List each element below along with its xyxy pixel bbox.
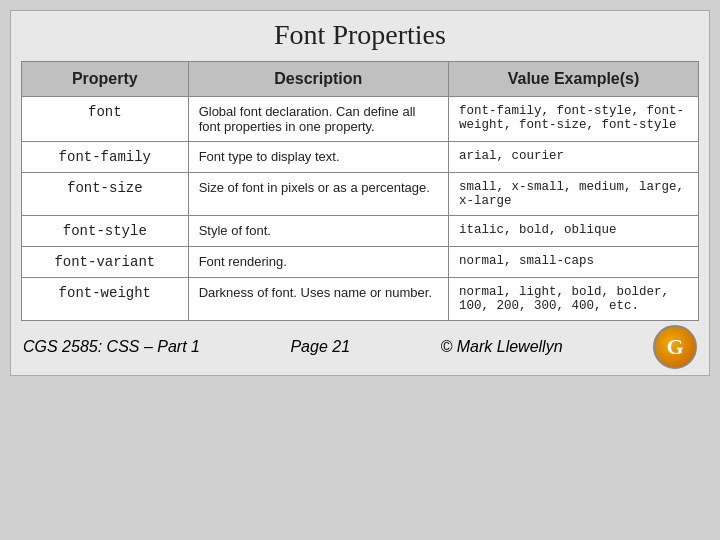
table-row: font-familyFont type to display text.ari… [22, 142, 699, 173]
page-title: Font Properties [21, 19, 699, 51]
header-property: Property [22, 62, 189, 97]
cell-value: font-family, font-style, font-weight, fo… [449, 97, 699, 142]
cell-property: font-style [22, 216, 189, 247]
cell-property: font [22, 97, 189, 142]
table-row: font-sizeSize of font in pixels or as a … [22, 173, 699, 216]
page-container: Font Properties Property Description Val… [10, 10, 710, 376]
cell-description: Size of font in pixels or as a percentag… [188, 173, 448, 216]
cell-value: normal, light, bold, bolder, 100, 200, 3… [449, 278, 699, 321]
cell-value: normal, small-caps [449, 247, 699, 278]
cell-value: italic, bold, oblique [449, 216, 699, 247]
table-row: font-styleStyle of font.italic, bold, ob… [22, 216, 699, 247]
footer-center: Page 21 [290, 338, 350, 356]
footer-right: © Mark Llewellyn [441, 338, 563, 356]
cell-property: font-weight [22, 278, 189, 321]
cell-value: arial, courier [449, 142, 699, 173]
cell-property: font-variant [22, 247, 189, 278]
cell-description: Global font declaration. Can define all … [188, 97, 448, 142]
cell-description: Style of font. [188, 216, 448, 247]
cell-description: Darkness of font. Uses name or number. [188, 278, 448, 321]
table-row: fontGlobal font declaration. Can define … [22, 97, 699, 142]
table-row: font-weightDarkness of font. Uses name o… [22, 278, 699, 321]
cell-description: Font type to display text. [188, 142, 448, 173]
font-properties-table: Property Description Value Example(s) fo… [21, 61, 699, 321]
header-value: Value Example(s) [449, 62, 699, 97]
cell-property: font-family [22, 142, 189, 173]
footer-left: CGS 2585: CSS – Part 1 [23, 338, 200, 356]
cell-property: font-size [22, 173, 189, 216]
cell-description: Font rendering. [188, 247, 448, 278]
header-description: Description [188, 62, 448, 97]
logo: G [653, 325, 697, 369]
cell-value: small, x-small, medium, large, x-large [449, 173, 699, 216]
table-row: font-variantFont rendering.normal, small… [22, 247, 699, 278]
logo-letter: G [666, 334, 683, 360]
footer: CGS 2585: CSS – Part 1 Page 21 © Mark Ll… [21, 325, 699, 369]
table-header-row: Property Description Value Example(s) [22, 62, 699, 97]
